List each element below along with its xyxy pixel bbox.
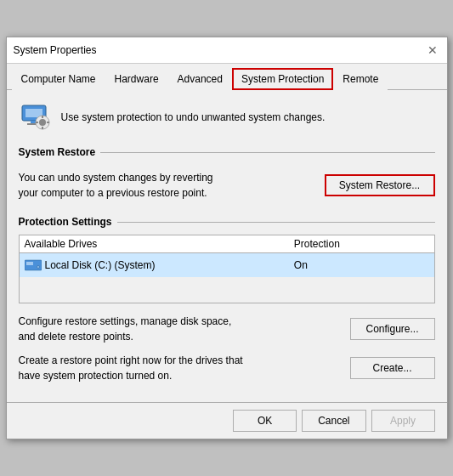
svg-point-12 — [37, 266, 39, 269]
title-bar: System Properties ✕ — [7, 37, 447, 64]
system-restore-button[interactable]: System Restore... — [325, 174, 435, 196]
bottom-bar: OK Cancel Apply — [7, 402, 447, 439]
protection-status: On — [294, 259, 429, 271]
info-row: Use system protection to undo unwanted s… — [19, 100, 435, 134]
tab-system-protection[interactable]: System Protection — [232, 68, 333, 90]
configure-row: Configure restore settings, manage disk … — [19, 314, 435, 344]
drive-icon — [25, 257, 42, 274]
ok-button[interactable]: OK — [233, 410, 297, 432]
table-row[interactable]: Local Disk (C:) (System) On — [20, 253, 434, 277]
configure-button[interactable]: Configure... — [350, 318, 435, 340]
tab-content: Use system protection to undo unwanted s… — [7, 90, 447, 402]
system-restore-section: System Restore You can undo system chang… — [19, 146, 435, 206]
system-restore-box: You can undo system changes by reverting… — [19, 165, 435, 206]
info-text: Use system protection to undo unwanted s… — [61, 111, 326, 123]
col-protection-label: Protection — [294, 238, 429, 250]
configure-description: Configure restore settings, manage disk … — [19, 314, 248, 344]
svg-rect-9 — [47, 122, 49, 123]
tab-hardware[interactable]: Hardware — [105, 68, 168, 90]
svg-rect-8 — [36, 122, 38, 123]
table-header: Available Drives Protection — [20, 235, 434, 253]
table-empty-space — [20, 277, 434, 303]
protection-settings-section: Protection Settings Available Drives Pro… — [19, 216, 435, 303]
drive-name: Local Disk (C:) (System) — [45, 259, 156, 271]
svg-rect-6 — [42, 116, 43, 118]
create-row: Create a restore point right now for the… — [19, 353, 435, 383]
section-divider — [100, 152, 434, 153]
tab-remote[interactable]: Remote — [333, 68, 388, 90]
system-properties-window: System Properties ✕ Computer Name Hardwa… — [6, 37, 448, 439]
drive-cell: Local Disk (C:) (System) — [25, 257, 294, 274]
svg-rect-11 — [26, 262, 33, 265]
system-restore-header: System Restore — [19, 146, 435, 158]
system-restore-description: You can undo system changes by reverting… — [19, 170, 231, 201]
tab-bar: Computer Name Hardware Advanced System P… — [7, 64, 447, 90]
create-button[interactable]: Create... — [350, 357, 435, 379]
cancel-button[interactable]: Cancel — [302, 410, 365, 432]
create-description: Create a restore point right now for the… — [19, 353, 248, 383]
protection-table: Available Drives Protection Local Disk (… — [19, 235, 435, 303]
system-protection-icon — [19, 100, 53, 134]
protection-settings-label: Protection Settings — [19, 216, 112, 228]
protection-settings-header: Protection Settings — [19, 216, 435, 228]
col-drives-label: Available Drives — [25, 238, 294, 250]
tab-computer-name[interactable]: Computer Name — [12, 68, 105, 90]
svg-rect-7 — [42, 127, 43, 129]
close-button[interactable]: ✕ — [425, 42, 440, 58]
apply-button[interactable]: Apply — [371, 410, 435, 432]
window-title: System Properties — [14, 44, 97, 56]
section-divider-2 — [117, 222, 435, 223]
svg-point-5 — [39, 119, 46, 126]
system-restore-label: System Restore — [19, 146, 96, 158]
tab-advanced[interactable]: Advanced — [168, 68, 232, 90]
